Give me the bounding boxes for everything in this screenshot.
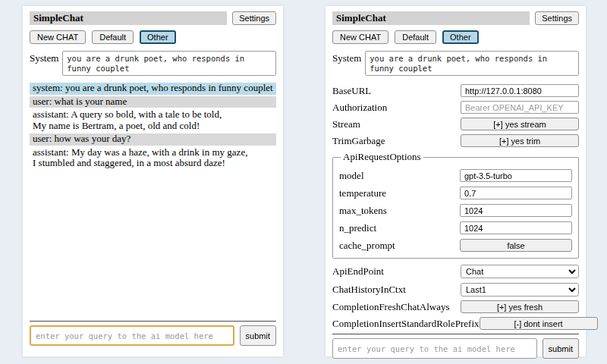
baseurl-input[interactable]: [461, 84, 579, 97]
setting-row-trimgarbage: TrimGarbage [+] yes trim: [332, 134, 579, 147]
setting-label: TrimGarbage: [332, 135, 385, 147]
settings-button[interactable]: Settings: [535, 11, 579, 25]
chat-message-system: system: you are a drunk poet, who respon…: [30, 83, 276, 95]
setting-label: Stream: [332, 118, 360, 130]
setting-label: CompletionFreshChatAlways: [332, 301, 450, 313]
setting-label: Authorization: [332, 102, 387, 114]
settings-panel: SimpleChat Settings New CHAT Default Oth…: [326, 6, 586, 356]
titlebar: SimpleChat Settings: [332, 11, 579, 25]
setting-label: temperature: [339, 187, 386, 199]
setting-row-stream: Stream [+] yes stream: [332, 118, 579, 130]
chat-panel: SimpleChat Settings New CHAT Default Oth…: [23, 6, 283, 356]
cache-prompt-toggle-button[interactable]: false: [460, 239, 572, 252]
system-prompt-row: System you are a drunk poet, who respond…: [332, 51, 579, 76]
divider: [332, 334, 579, 334]
system-prompt-label: System: [332, 51, 361, 76]
setting-row-cache-prompt: cache_prompt false: [339, 239, 572, 252]
setting-row-completionfreshchatalways: CompletionFreshChatAlways [+] yes fresh: [332, 300, 579, 313]
completion-insert-toggle-button[interactable]: [-] dont insert: [480, 317, 598, 330]
chat-message-user: user: what is your name: [30, 96, 276, 108]
app-title: SimpleChat: [30, 11, 227, 25]
submit-button[interactable]: submit: [240, 325, 276, 346]
chat-log: system: you are a drunk poet, who respon…: [30, 83, 276, 171]
app-title: SimpleChat: [332, 11, 530, 25]
query-row: submit: [332, 338, 579, 359]
completion-fresh-toggle-button[interactable]: [+] yes fresh: [461, 300, 579, 313]
setting-label: max_tokens: [339, 205, 387, 217]
setting-label: BaseURL: [332, 85, 371, 97]
setting-label: model: [339, 170, 364, 182]
session-tab-default[interactable]: Default: [395, 30, 436, 44]
new-chat-button[interactable]: New CHAT: [332, 30, 388, 44]
model-input[interactable]: [460, 169, 572, 182]
setting-row-completioninsertstandardroleprefix: CompletionInsertStandardRolePrefix [-] d…: [332, 317, 579, 330]
chathistoryinctxt-select[interactable]: Last1: [461, 283, 579, 297]
session-tab-other[interactable]: Other: [442, 30, 479, 44]
authorization-input[interactable]: [461, 101, 579, 114]
session-tab-default[interactable]: Default: [92, 30, 134, 44]
setting-row-authorization: Authorization: [332, 101, 579, 114]
stream-toggle-button[interactable]: [+] yes stream: [461, 118, 579, 130]
system-prompt-label: System: [30, 51, 58, 76]
chat-message-assistant: assistant: My day was a haze, with a dri…: [30, 147, 276, 170]
setting-row-max-tokens: max_tokens: [339, 204, 572, 217]
query-input[interactable]: [30, 325, 234, 346]
setting-row-chathistoryinctxt: ChatHistoryInCtxt Last1: [332, 282, 579, 297]
new-chat-button[interactable]: New CHAT: [30, 30, 86, 44]
query-row: submit: [30, 325, 276, 346]
temperature-input[interactable]: [460, 187, 572, 199]
settings-list: BaseURL Authorization Stream [+] yes str…: [332, 84, 579, 334]
setting-label: ApiEndPoint: [332, 265, 384, 278]
setting-label: CompletionInsertStandardRolePrefix: [332, 318, 480, 330]
setting-label: ChatHistoryInCtxt: [332, 284, 406, 296]
setting-row-model: model: [339, 169, 572, 182]
spacer: [30, 171, 276, 322]
session-toolbar: New CHAT Default Other: [332, 30, 579, 44]
apiendpoint-select[interactable]: Chat: [461, 265, 579, 278]
query-input[interactable]: [332, 338, 537, 359]
setting-row-temperature: temperature: [339, 187, 572, 199]
setting-label: cache_prompt: [339, 240, 395, 252]
api-request-options-legend: ApiRequestOptions: [341, 151, 423, 163]
system-prompt-row: System you are a drunk poet, who respond…: [30, 51, 276, 76]
system-prompt-input[interactable]: you are a drunk poet, who responds in fu…: [365, 51, 579, 76]
api-request-options-fieldset: ApiRequestOptions model temperature max_…: [332, 151, 579, 259]
setting-row-baseurl: BaseURL: [332, 84, 579, 97]
system-prompt-input[interactable]: you are a drunk poet, who responds in fu…: [62, 51, 276, 76]
titlebar: SimpleChat Settings: [30, 11, 276, 25]
settings-button[interactable]: Settings: [232, 11, 276, 25]
submit-button[interactable]: submit: [543, 338, 579, 359]
session-toolbar: New CHAT Default Other: [30, 30, 276, 44]
setting-label: n_predict: [339, 222, 376, 234]
n-predict-input[interactable]: [460, 221, 572, 234]
trimgarbage-toggle-button[interactable]: [+] yes trim: [461, 134, 579, 147]
setting-row-n-predict: n_predict: [339, 221, 572, 234]
session-tab-other[interactable]: Other: [140, 30, 176, 44]
chat-message-user: user: how was your day?: [30, 133, 276, 146]
setting-row-apiendpoint: ApiEndPoint Chat: [332, 264, 579, 278]
max-tokens-input[interactable]: [460, 204, 572, 217]
chat-message-assistant: assistant: A query so bold, with a tale …: [30, 109, 276, 132]
divider: [30, 321, 276, 322]
